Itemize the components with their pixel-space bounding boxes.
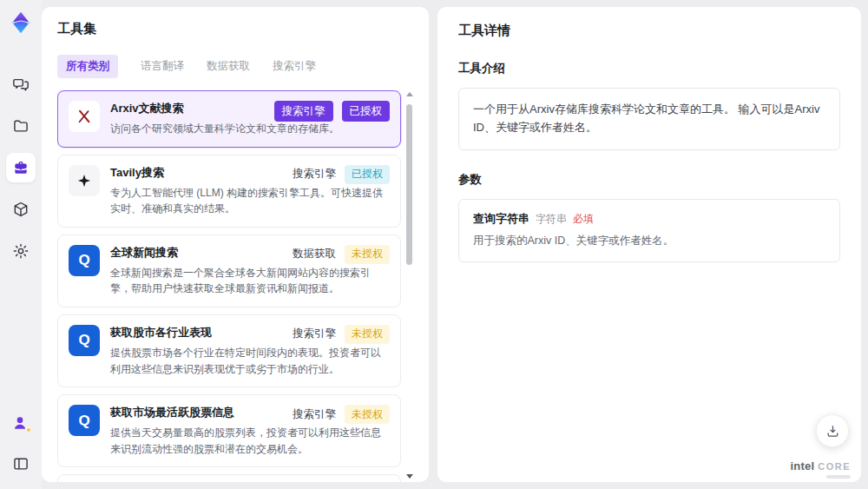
tab-语言翻译[interactable]: 语言翻译 [141, 59, 184, 74]
download-button[interactable] [816, 414, 849, 447]
intel-wordmark: intel [790, 459, 814, 472]
tool-logo: Q [69, 405, 100, 436]
scroll-up-icon[interactable] [406, 92, 413, 96]
tool-card-tags: 搜索引擎 未授权 [293, 405, 390, 424]
download-icon [825, 424, 840, 439]
tools-panel: 工具集 所有类别语言翻译数据获取搜索引擎 Q Arxiv文献搜索 访问各个研究领… [42, 7, 429, 482]
tool-card[interactable]: Q Arxiv文献搜索 访问各个研究领域大量科学论文和文章的存储库。 搜索引擎 … [57, 90, 401, 148]
tool-card-status-badge: 未授权 [345, 405, 390, 424]
main-area: 工具集 所有类别语言翻译数据获取搜索引擎 Q Arxiv文献搜索 访问各个研究领… [42, 7, 861, 482]
tool-card-category: 搜索引擎 [293, 327, 336, 341]
tool-card-tags: 搜索引擎 已授权 [293, 165, 390, 184]
tool-logo: Q [69, 245, 100, 276]
tool-card-status-badge: 已授权 [345, 165, 390, 184]
category-tabs: 所有类别语言翻译数据获取搜索引擎 [57, 55, 413, 78]
arxiv-logo-icon [76, 108, 93, 125]
diamond-logo-icon [9, 10, 33, 35]
page-title: 工具集 [57, 21, 413, 37]
sidebar-item-packages[interactable] [6, 195, 36, 224]
folder-icon [12, 117, 30, 135]
tool-card-category: 搜索引擎 [293, 407, 336, 422]
app-logo[interactable] [7, 9, 35, 36]
tab-所有类别[interactable]: 所有类别 [57, 55, 118, 78]
tool-card-status-badge: 未授权 [345, 245, 390, 264]
tab-搜索引擎[interactable]: 搜索引擎 [273, 59, 316, 74]
details-title: 工具详情 [458, 23, 840, 39]
panel-icon [12, 455, 30, 472]
status-dot [26, 427, 31, 433]
tool-card-tags: 搜索引擎 未授权 [293, 325, 390, 344]
core-wordmark: CORE [818, 461, 851, 472]
tool-card-category: 搜索引擎 [293, 167, 336, 182]
news-logo-icon: Q [78, 413, 89, 428]
intro-text-box: 一个用于从Arxiv存储库搜索科学论文和文章的工具。 输入可以是Arxiv ID… [458, 88, 840, 150]
tool-card-desc: 提供当天交易量最高的股票列表，投资者可以利用这些信息来识别流动性强的股票和潜在的… [110, 425, 390, 457]
details-panel: 工具详情 工具介绍 一个用于从Arxiv存储库搜索科学论文和文章的工具。 输入可… [437, 7, 861, 482]
parameter-name: 查询字符串 [473, 211, 529, 227]
sidebar-item-chat[interactable] [6, 69, 36, 99]
tool-card-category: 搜索引擎 [274, 101, 333, 122]
chat-icon [12, 76, 30, 93]
tool-card[interactable]: Q Tavily搜索 专为人工智能代理 (LLM) 构建的搜索引擎工具。可快速提… [57, 155, 401, 228]
list-scrollbar[interactable] [404, 92, 413, 479]
cube-icon [12, 201, 30, 218]
tool-card[interactable]: Q 获取市场最活跃股票信息 提供当天交易量最高的股票列表，投资者可以利用这些信息… [57, 394, 401, 467]
gear-icon [12, 242, 30, 260]
news-logo-icon: Q [78, 333, 89, 347]
tool-card-list: Q Arxiv文献搜索 访问各个研究领域大量科学论文和文章的存储库。 搜索引擎 … [57, 90, 413, 482]
intro-heading: 工具介绍 [458, 61, 840, 76]
sidebar-item-tools[interactable] [6, 153, 36, 182]
tool-card[interactable]: Q 全球新闻搜索 全球新闻搜索是一个聚合全球各大新闻网站内容的搜索引擎，帮助用户… [57, 235, 401, 307]
scrollbar-thumb[interactable] [406, 104, 412, 265]
sidebar-item-collapse[interactable] [6, 449, 36, 479]
tool-logo: Q [69, 165, 100, 196]
brand-subtext [826, 475, 851, 479]
tab-数据获取[interactable]: 数据获取 [207, 59, 250, 74]
tool-card-category: 数据获取 [293, 247, 336, 261]
news-logo-icon: Q [78, 253, 89, 268]
sidebar-item-profile[interactable] [6, 409, 36, 439]
tavily-logo-icon [76, 173, 92, 188]
tool-logo: Q [69, 101, 100, 132]
sidebar-item-files[interactable] [6, 111, 36, 141]
parameter-required-badge: 必填 [573, 212, 594, 227]
tool-card-desc: 访问各个研究领域大量科学论文和文章的存储库。 [110, 121, 390, 137]
tool-card-tags: 数据获取 未授权 [293, 245, 390, 264]
briefcase-icon [12, 159, 30, 176]
parameter-type: 字符串 [536, 212, 567, 227]
tool-card-desc: 全球新闻搜索是一个聚合全球各大新闻网站内容的搜索引擎，帮助用户快速获取全球最新资… [110, 265, 390, 297]
params-heading: 参数 [458, 172, 840, 188]
params-list: 查询字符串 字符串 必填 用于搜索的Arxiv ID、关键字或作者姓名。 [458, 199, 840, 262]
tool-card-tags: 搜索引擎 已授权 [274, 101, 391, 122]
tool-card-desc: 提供股票市场各个行业在特定时间段内的表现。投资者可以利用这些信息来识别表现优于或… [110, 345, 390, 377]
tool-card[interactable]: Q 万维地区新闻查询 查询具体行政区划内的新闻，快速了解各地新闻动 搜索引擎 未… [57, 474, 401, 482]
parameter-desc: 用于搜索的Arxiv ID、关键字或作者姓名。 [473, 234, 825, 248]
tool-logo: Q [69, 325, 100, 356]
parameter-card: 查询字符串 字符串 必填 用于搜索的Arxiv ID、关键字或作者姓名。 [458, 199, 840, 262]
tool-card-status-badge: 未授权 [345, 325, 390, 344]
avatar [11, 414, 30, 433]
scroll-down-icon[interactable] [406, 474, 413, 479]
intel-core-logo: intel CORE [790, 459, 851, 479]
tool-card-status-badge: 已授权 [342, 101, 391, 122]
tool-card-desc: 专为人工智能代理 (LLM) 构建的搜索引擎工具。可快速提供实时、准确和真实的结… [110, 185, 390, 217]
tool-card[interactable]: Q 获取股市各行业表现 提供股票市场各个行业在特定时间段内的表现。投资者可以利用… [57, 314, 401, 387]
sidebar-item-settings[interactable] [6, 236, 36, 266]
icon-rail [0, 0, 42, 489]
